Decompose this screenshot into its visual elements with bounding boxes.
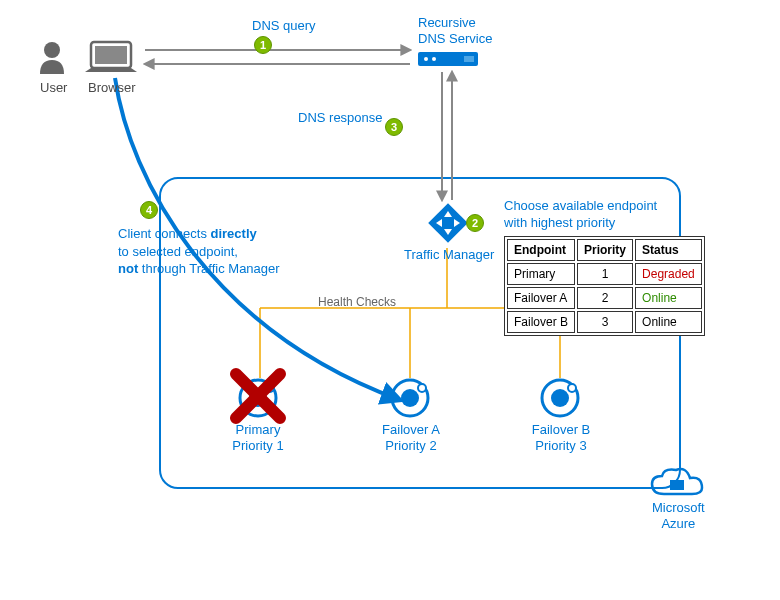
th-priority: Priority [577,239,633,261]
endpoint-failover-b-icon [542,380,578,416]
traffic-manager-icon [428,203,468,243]
browser-icon [85,42,137,72]
th-endpoint: Endpoint [507,239,575,261]
diagram-canvas: 1 2 3 4 User Browser DNS query Recursive… [0,0,780,600]
svg-rect-24 [670,480,684,490]
traffic-manager-label: Traffic Manager [404,247,494,262]
svg-point-4 [424,57,428,61]
svg-point-22 [551,389,569,407]
table-row: Failover A2Online [507,287,702,309]
browser-label: Browser [88,80,136,95]
svg-point-20 [418,384,426,392]
priority-table-body: Primary1DegradedFailover A2OnlineFailove… [507,263,702,333]
client-connects-label: Client connects directly to selected end… [118,225,280,278]
priority-table: Endpoint Priority Status Primary1Degrade… [504,236,705,336]
endpoint-primary-label: PrimaryPriority 1 [232,422,284,455]
dns-response-label: DNS response [298,110,383,125]
step-badge-3: 3 [385,118,403,136]
svg-rect-2 [95,46,127,64]
health-checks-label: Health Checks [318,295,396,309]
step-badge-4: 4 [140,201,158,219]
user-label: User [40,80,67,95]
table-row: Primary1Degraded [507,263,702,285]
azure-cloud-icon [652,469,702,494]
dns-query-label: DNS query [252,18,316,33]
svg-point-23 [568,384,576,392]
dns-server-icon [418,52,478,66]
choose-endpoint-label: Choose available endpoint with highest p… [504,198,657,232]
svg-rect-6 [464,56,474,62]
azure-label: Microsoft Azure [652,500,705,531]
recursive-dns-label: Recursive DNS Service [418,15,492,46]
endpoint-failover-a-label: Failover APriority 2 [378,422,444,455]
svg-point-0 [44,42,60,58]
step-badge-2: 2 [466,214,484,232]
svg-point-5 [432,57,436,61]
table-row: Failover B3Online [507,311,702,333]
svg-rect-7 [428,203,468,243]
user-icon [40,42,64,74]
step-badge-1: 1 [254,36,272,54]
endpoint-failover-b-label: Failover BPriority 3 [528,422,594,455]
svg-point-19 [401,389,419,407]
th-status: Status [635,239,702,261]
